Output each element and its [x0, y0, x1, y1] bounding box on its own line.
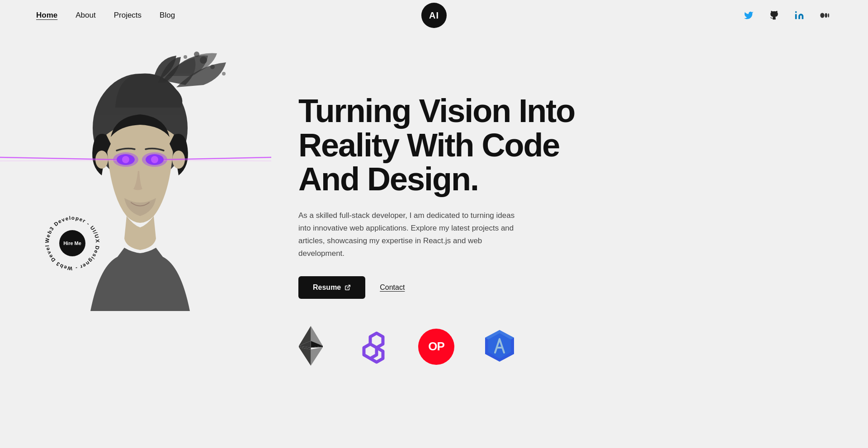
- svg-point-4: [828, 13, 829, 17]
- hero-text-section: Turning Vision Into Reality With Code An…: [262, 31, 832, 368]
- svg-rect-0: [795, 14, 797, 19]
- ethereum-logo: [298, 326, 323, 368]
- svg-point-2: [820, 13, 824, 18]
- navbar: Home About Projects Blog AI: [0, 0, 868, 31]
- svg-point-8: [210, 65, 215, 69]
- arbitrum-logo: [481, 328, 518, 366]
- medium-link[interactable]: [817, 8, 832, 23]
- nav-blog[interactable]: Blog: [160, 11, 175, 20]
- svg-point-11: [184, 55, 187, 59]
- svg-point-23: [151, 156, 158, 163]
- github-link[interactable]: [767, 8, 781, 23]
- site-logo[interactable]: AI: [421, 3, 447, 28]
- nav-projects[interactable]: Projects: [114, 11, 142, 20]
- svg-point-1: [795, 11, 797, 13]
- hero-heading: Turning Vision Into Reality With Code An…: [298, 94, 832, 197]
- hero-description: As a skilled full-stack developer, I am …: [298, 209, 524, 260]
- twitter-link[interactable]: [741, 8, 756, 23]
- svg-point-9: [222, 72, 226, 75]
- main-content: Web3 Developer - UI/UX Designer - Web3 D…: [0, 31, 868, 420]
- svg-point-22: [122, 156, 129, 163]
- hire-me-button[interactable]: Hire Me: [59, 230, 85, 256]
- svg-point-10: [194, 52, 199, 57]
- hero-actions: Resume Contact: [298, 276, 832, 299]
- svg-line-24: [347, 285, 350, 288]
- svg-point-7: [200, 57, 207, 64]
- nav-home[interactable]: Home: [36, 11, 57, 20]
- contact-button[interactable]: Contact: [380, 283, 405, 292]
- social-links: [741, 8, 832, 23]
- resume-button[interactable]: Resume: [298, 276, 365, 299]
- svg-marker-29: [311, 347, 323, 366]
- optimism-logo: OP: [418, 329, 454, 365]
- polygon-logo: [350, 328, 391, 366]
- tech-logos: OP: [298, 326, 832, 368]
- nav-links: Home About Projects Blog: [36, 11, 175, 20]
- svg-point-3: [825, 13, 827, 18]
- nav-about[interactable]: About: [75, 11, 95, 20]
- hero-image-area: Web3 Developer - UI/UX Designer - Web3 D…: [36, 49, 262, 302]
- linkedin-link[interactable]: [792, 8, 807, 23]
- svg-marker-30: [299, 347, 311, 366]
- circular-badge[interactable]: Web3 Developer - UI/UX Designer - Web3 D…: [41, 212, 104, 275]
